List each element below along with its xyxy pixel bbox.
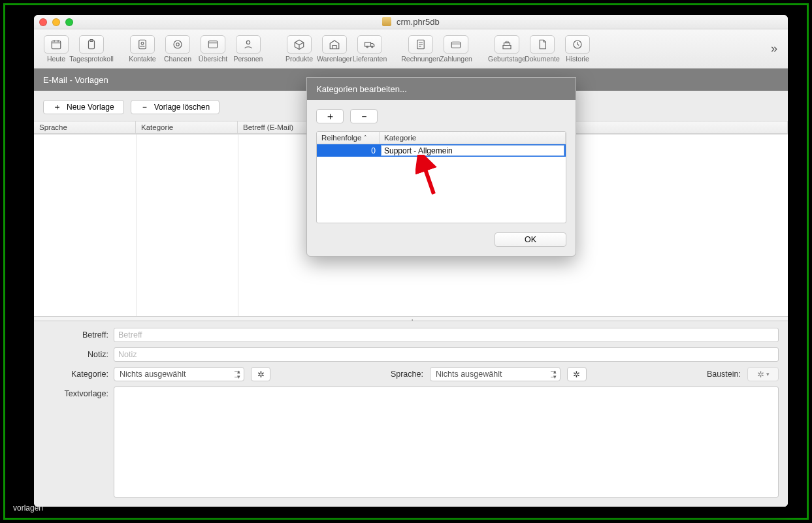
toolbar-warenlager[interactable]: Warenlager: [317, 35, 351, 63]
table-row[interactable]: 0: [317, 144, 566, 157]
warehouse-icon: [329, 39, 340, 50]
toolbar-rechnungen[interactable]: Rechnungen: [404, 35, 438, 63]
calendar-icon: [50, 39, 62, 50]
truck-icon: [364, 39, 376, 50]
category-table: Reihenfolge ˄ Kategorie 0: [316, 131, 566, 223]
toolbar-tagesprotokoll[interactable]: Tagesprotokoll: [74, 35, 108, 63]
clipboard-icon: [86, 39, 97, 50]
payment-icon: [450, 39, 462, 50]
window-controls: [39, 18, 73, 26]
notiz-input[interactable]: [114, 347, 779, 362]
opportunity-icon: [172, 39, 184, 50]
close-window-button[interactable]: [39, 18, 47, 26]
toolbar-dokumente[interactable]: Dokumente: [525, 35, 559, 63]
toolbar-historie[interactable]: Historie: [560, 35, 594, 63]
modal-title: Kategorien bearbeiten...: [307, 78, 576, 100]
edit-categories-modal: Kategorien bearbeiten... ＋ － Reihenfolge: [306, 77, 576, 257]
section-title: E-Mail - Vorlagen: [43, 75, 108, 85]
person-icon: [242, 39, 254, 50]
new-template-button[interactable]: ＋ Neue Vorlage: [43, 100, 124, 114]
toolbar-produkte[interactable]: Produkte: [282, 35, 316, 63]
notiz-label: Notiz:: [43, 350, 108, 359]
splitter-handle[interactable]: [34, 316, 788, 321]
textvorlage-textarea[interactable]: [114, 387, 779, 498]
add-category-button[interactable]: ＋: [316, 109, 344, 123]
plus-icon: ＋: [53, 103, 61, 111]
svg-rect-9: [365, 42, 371, 46]
category-table-header: Reihenfolge ˄ Kategorie: [317, 132, 566, 144]
viewport-frame: crm.phr5db Heute Tagesprotokoll Kontakte: [3, 3, 809, 520]
window-title: crm.phr5db: [34, 17, 788, 27]
toolbar-overflow[interactable]: »: [766, 42, 783, 55]
sprache-select[interactable]: Nichts ausgewählt: [430, 367, 560, 381]
svg-point-10: [366, 46, 368, 47]
app-window: crm.phr5db Heute Tagesprotokoll Kontakte: [34, 15, 788, 507]
history-icon: [572, 39, 583, 50]
toolbar-zahlungen[interactable]: Zahlungen: [439, 35, 473, 63]
minimize-window-button[interactable]: [52, 18, 60, 26]
toolbar-geburtstage[interactable]: Geburtstage: [490, 35, 524, 63]
toolbar-personen[interactable]: Personen: [231, 35, 265, 63]
kategorie-label: Kategorie:: [43, 370, 108, 379]
sort-asc-icon: ˄: [364, 135, 367, 141]
document-icon: [536, 39, 548, 50]
col-kategorie[interactable]: Kategorie: [136, 121, 238, 133]
delete-template-button[interactable]: － Vorlage löschen: [131, 100, 219, 114]
gear-icon: ✲: [757, 370, 764, 379]
page-caption: vorlagen: [13, 503, 43, 513]
svg-rect-0: [52, 40, 61, 48]
gear-icon: ✲: [257, 370, 265, 379]
svg-rect-7: [208, 40, 218, 48]
maximize-window-button[interactable]: [65, 18, 73, 26]
remove-category-button[interactable]: －: [350, 109, 378, 123]
database-icon: [382, 17, 391, 26]
svg-point-11: [372, 46, 373, 47]
kategorie-settings-button[interactable]: ✲: [251, 367, 270, 381]
minus-icon: －: [140, 103, 149, 111]
main-toolbar: Heute Tagesprotokoll Kontakte Chancen: [34, 29, 788, 69]
col-reihenfolge[interactable]: Reihenfolge ˄: [317, 132, 380, 144]
col-kategorie[interactable]: Kategorie: [380, 132, 566, 144]
minus-icon: －: [359, 110, 369, 123]
svg-point-6: [176, 42, 180, 46]
order-cell: 0: [317, 144, 380, 157]
ok-button[interactable]: OK: [495, 232, 566, 247]
svg-point-4: [141, 42, 144, 44]
sprache-label: Sprache:: [391, 370, 423, 379]
baustein-button[interactable]: ✲ ▾: [747, 367, 779, 381]
titlebar: crm.phr5db: [34, 15, 788, 29]
modal-actions: ＋ －: [316, 109, 566, 123]
plus-icon: ＋: [325, 110, 335, 123]
baustein-label: Baustein:: [707, 370, 741, 379]
contact-icon: [137, 39, 148, 50]
kategorie-row: Nichts ausgewählt ▴▾ ✲ Sprache: Nichts a…: [114, 367, 779, 381]
toolbar-lieferanten[interactable]: Lieferanten: [353, 35, 387, 63]
gear-icon: ✲: [573, 370, 580, 379]
textvorlage-label: Textvorlage:: [43, 387, 108, 398]
svg-point-5: [174, 40, 182, 48]
toolbar-heute[interactable]: Heute: [39, 35, 73, 63]
betreff-input[interactable]: [114, 328, 779, 342]
kategorie-select[interactable]: Nichts ausgewählt: [114, 367, 244, 381]
invoice-icon: [415, 39, 427, 50]
cake-icon: [501, 39, 513, 50]
box-icon: [293, 39, 305, 50]
svg-rect-13: [451, 42, 461, 48]
svg-point-8: [246, 40, 250, 44]
sprache-settings-button[interactable]: ✲: [567, 367, 587, 381]
template-form: Betreff: Notiz: Kategorie: Nichts ausgew…: [34, 321, 788, 507]
chevron-down-icon: ▾: [766, 371, 770, 377]
toolbar-uebersicht[interactable]: Übersicht: [196, 35, 230, 63]
betreff-label: Betreff:: [43, 330, 108, 340]
overview-icon: [207, 39, 219, 50]
toolbar-kontakte[interactable]: Kontakte: [125, 35, 159, 63]
toolbar-chancen[interactable]: Chancen: [161, 35, 195, 63]
category-name-input[interactable]: [381, 145, 564, 156]
category-table-body: 0: [317, 144, 566, 223]
window-title-text: crm.phr5db: [397, 17, 440, 27]
col-sprache[interactable]: Sprache: [34, 121, 136, 133]
